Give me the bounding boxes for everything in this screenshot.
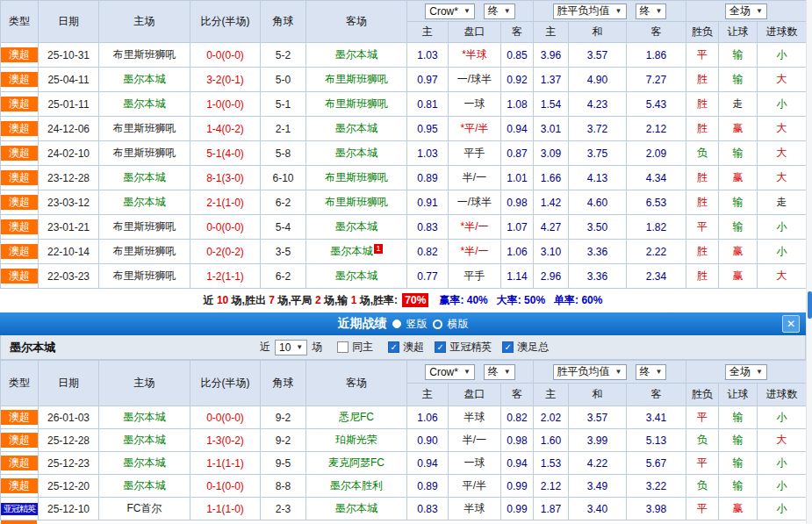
handicap-line: *平/半	[449, 117, 501, 141]
match-count-select[interactable]: 10▼	[275, 340, 307, 355]
result-wdl: 胜	[686, 117, 719, 141]
handicap-final-select[interactable]: 终▼	[484, 4, 515, 19]
home-team-link[interactable]: 布里斯班狮吼	[113, 147, 176, 159]
away-team-cell: 墨尔本城	[306, 117, 407, 141]
summary-text: 近 10 场,胜出 7 场,平局 2 场,输 1 场,胜率: 70%赢率: 40…	[204, 293, 603, 308]
away-team-link[interactable]: 麦克阿瑟FC	[328, 456, 384, 469]
match-row: 澳超23-12-28墨尔本城8-1(3-0)6-10布里斯班狮吼0.89半/一1…	[1, 166, 807, 190]
result-wdl: 平	[686, 452, 719, 475]
result-wdl: 胜	[686, 166, 719, 190]
checkbox-checked[interactable]: ✓	[502, 341, 514, 353]
summary-segment: 7	[269, 294, 275, 306]
europe-final-select[interactable]: 终▼	[636, 364, 667, 380]
handicap-final-select[interactable]: 终▼	[484, 364, 515, 380]
away-team-link[interactable]: 布里斯班狮吼	[325, 97, 388, 110]
home-team-link[interactable]: 墨尔本城	[124, 479, 166, 492]
chevron-down-icon: ▼	[656, 368, 663, 376]
home-team-link[interactable]: 墨尔本城	[124, 171, 166, 183]
odds-company-select[interactable]: Crow*▼	[425, 4, 475, 19]
away-team-link[interactable]: 布里斯班狮吼	[325, 171, 388, 183]
away-team-cell: 墨尔本城	[306, 43, 407, 68]
home-team-link[interactable]: 墨尔本城	[124, 456, 166, 469]
league-cell: 澳超	[1, 166, 39, 190]
result-goals: 小	[758, 452, 807, 475]
home-team-cell: FC首尔	[99, 498, 190, 520]
fulltime-select[interactable]: 全场▼	[725, 4, 767, 19]
league-badge: 澳超	[1, 170, 38, 185]
away-team-link[interactable]: 墨尔本城	[335, 147, 377, 159]
away-team-link[interactable]: 墨尔本城	[335, 269, 377, 282]
home-team-link[interactable]: 墨尔本城	[124, 196, 166, 208]
europe-odds: 3.36	[569, 240, 627, 264]
away-team-link[interactable]: 布里斯班狮吼	[325, 196, 388, 208]
away-team-link[interactable]: 墨尔本城	[330, 245, 372, 257]
handicap-odds: 0.83	[407, 215, 449, 240]
radio-horizontal-label[interactable]: 横版	[448, 317, 469, 332]
score: 1-3(0-2)	[190, 429, 261, 452]
radio-vertical-layout[interactable]	[392, 319, 401, 328]
home-team-link[interactable]: 墨尔本城	[124, 434, 166, 446]
europe-final-select[interactable]: 终▼	[636, 4, 667, 19]
europe-odds-select[interactable]: 胜平负均值▼	[553, 364, 627, 380]
home-team-link[interactable]: 墨尔本城	[124, 73, 166, 85]
handicap-odds: 1.01	[501, 166, 534, 190]
away-team-link[interactable]: 墨尔本城	[335, 502, 377, 514]
odds-company-select[interactable]: Crow*▼	[425, 364, 475, 380]
match-date: 24-02-10	[39, 141, 99, 166]
away-team-link[interactable]: 墨尔本城	[335, 48, 377, 61]
home-team-link[interactable]: 布里斯班狮吼	[113, 245, 176, 257]
league-cell: 澳超	[1, 43, 39, 68]
away-team-link[interactable]: 布里斯班狮吼	[325, 73, 388, 85]
home-team-cell: 布里斯班狮吼	[99, 141, 190, 166]
checkbox-checked[interactable]: ✓	[388, 341, 399, 353]
chevron-down-icon: ▼	[296, 343, 303, 351]
home-team-cell: 墨尔本城	[99, 190, 190, 215]
fulltime-select[interactable]: 全场▼	[725, 364, 767, 380]
scrollbar[interactable]	[806, 0, 812, 524]
away-team-cell: 墨尔本城	[306, 141, 407, 166]
home-team-link[interactable]: FC首尔	[127, 502, 162, 514]
league-badge: 澳超	[1, 195, 38, 210]
handicap-odds: 0.82	[407, 240, 449, 264]
home-team-link[interactable]: 布里斯班狮吼	[113, 48, 176, 61]
radio-horizontal-layout[interactable]	[433, 319, 442, 329]
near-label: 近	[260, 340, 270, 355]
home-team-link[interactable]: 墨尔本城	[124, 411, 166, 423]
match-date: 25-12-10	[39, 498, 99, 520]
away-team-link[interactable]: 墨尔本胜利	[330, 479, 383, 492]
summary-segment: 赢率: 40%	[439, 294, 487, 306]
europe-odds-select[interactable]: 胜平负均值▼	[553, 4, 627, 19]
home-team-link[interactable]: 布里斯班狮吼	[113, 269, 176, 282]
scrollbar-thumb[interactable]	[808, 291, 812, 319]
league-cell: 澳超	[1, 452, 39, 475]
away-team-cell: 麦克阿瑟FC	[306, 452, 407, 475]
league-badge: 澳超	[1, 97, 38, 111]
score: 0-0(0-0)	[190, 215, 261, 240]
handicap-line: 一/球半	[449, 68, 501, 92]
handicap-odds: 0.89	[407, 475, 449, 498]
corner-score: 9-5	[261, 452, 306, 475]
league-badge: 澳超	[1, 244, 38, 259]
team-filter-row: 墨尔本城 近 10▼ 场 同主 ✓澳超✓亚冠精英✓澳足总	[0, 335, 806, 360]
home-team-link[interactable]: 布里斯班狮吼	[113, 220, 176, 233]
home-team-link[interactable]: 布里斯班狮吼	[113, 122, 176, 134]
away-team-link[interactable]: 珀斯光荣	[335, 434, 377, 446]
corner-score: 6-2	[261, 264, 306, 289]
checkbox-checked[interactable]: ✓	[435, 341, 446, 353]
matches-label: 场	[312, 340, 322, 355]
summary-segment: 2	[315, 294, 321, 306]
home-team-link[interactable]: 墨尔本城	[124, 97, 166, 110]
same-home-checkbox[interactable]	[337, 341, 349, 353]
match-date: 25-04-11	[39, 68, 99, 92]
header-ah-away: 客	[501, 22, 534, 43]
league-filter: ✓澳超	[388, 340, 424, 355]
europe-odds: 5.13	[627, 429, 686, 452]
europe-odds: 3.36	[569, 264, 627, 289]
away-team-link[interactable]: 墨尔本城	[335, 220, 377, 233]
handicap-odds: 1.08	[501, 92, 534, 117]
close-button[interactable]: ✕	[782, 315, 800, 333]
away-team-link[interactable]: 悉尼FC	[339, 411, 374, 423]
league-cell: 澳超	[1, 240, 39, 264]
away-team-link[interactable]: 墨尔本城	[335, 122, 377, 134]
radio-vertical-label[interactable]: 竖版	[406, 317, 428, 332]
